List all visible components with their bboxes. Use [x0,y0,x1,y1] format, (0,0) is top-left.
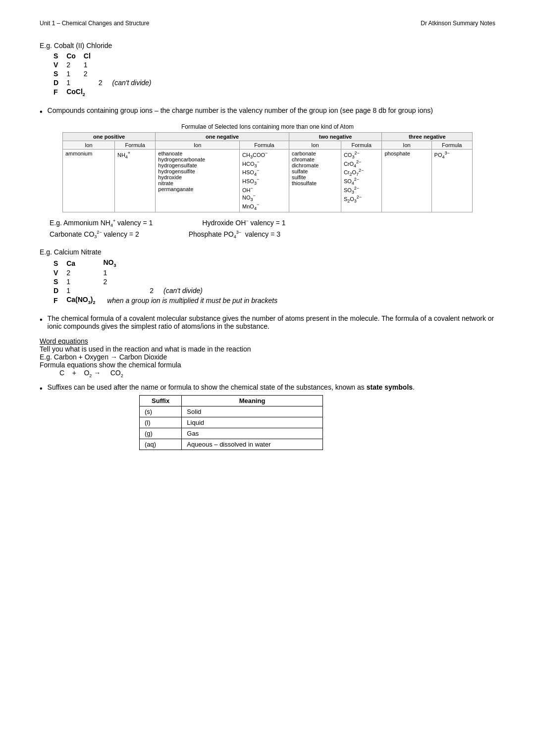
cobalt-v1: 2 [62,60,80,69]
calcium-grid: S Ca NO3 V 2 1 S 1 2 D 1 2(can't d [50,258,495,305]
subh-formula1: Formula [114,141,155,149]
ions-table: one positive one negative two negative t… [62,132,473,212]
cobalt-extra-v [95,60,156,69]
state-suffix-header: Suffix [139,395,181,406]
word-equations-section: Word equations Tell you what is used in … [40,337,495,378]
header-left: Unit 1 – Chemical Changes and Structure [40,20,149,27]
cobalt-s21: 1 [62,69,80,78]
state-suffix-g: (g) [139,428,181,439]
three-neg-formula: PO43− [431,149,472,212]
subh-ion3: Ion [289,141,341,149]
calcium-row-s1: S Ca NO3 [50,258,281,268]
cobalt-row-f: F CoCl2 [50,87,156,98]
covalent-text: The chemical formula of a covalent molec… [48,314,495,330]
state-row-s: (s) Solid [139,406,322,417]
subh-ion1: Ion [63,141,115,149]
calcium-row-s2: S 1 2 [50,277,281,286]
calcium-example-section: E.g. Calcium Nitrate S Ca NO3 V 2 1 S 1 … [40,248,495,305]
suffixes-text: Suffixes can be used after the name or f… [48,383,367,391]
subh-ion2: Ion [156,141,240,149]
calcium-label-d: D [50,286,62,295]
suffixes-dot: . [413,383,415,391]
word-eq-line3: Formula equations show the chemical form… [40,361,495,369]
cobalt-d1: 1 [62,78,80,87]
calcium-row-f: F Ca(NO3)2 when a group ion is multiplie… [50,295,281,305]
calcium-label-s1: S [50,258,62,268]
calcium-ca: Ca [62,258,99,268]
word-eq-line2: E.g. Carbon + Oxygen → Carbon Dioxide [40,353,495,361]
cobalt-row-d: D 1 2(can't divide) [50,78,156,87]
cobalt-label-v: V [50,60,62,69]
state-meaning-header: Meaning [182,395,322,406]
cobalt-row-s2: S 1 2 [50,69,156,78]
three-neg-ion: phosphate [382,149,431,212]
state-row-aq: (aq) Aqueous – dissolved in water [139,439,322,450]
valency-line1-right: Hydroxide OH− valency = 1 [202,218,285,228]
state-meaning-l: Liquid [182,417,322,428]
cobalt-extra-s2 [95,69,156,78]
calcium-row-d: D 1 2(can't divide) [50,286,281,295]
bullet-icon-2: • [40,315,43,324]
one-pos-ion: ammonium [63,149,115,212]
state-table: Suffix Meaning (s) Solid (l) Liquid (g) [139,395,323,450]
bullet-icon: • [40,107,43,116]
subh-formula2: Formula [240,141,289,149]
subh-ion4: Ion [382,141,431,149]
state-meaning-g: Gas [182,428,322,439]
group-ions-bullet: • Compounds containing group ions – the … [40,106,495,116]
cobalt-v2: 1 [80,60,95,69]
three-negative-header: three negative [382,132,473,141]
cobalt-cl: Cl [80,51,95,60]
suffixes-bold: state symbols [367,383,413,391]
calcium-s22: 2 [99,277,146,286]
calcium-title: E.g. Calcium Nitrate [40,248,495,256]
state-row-g: (g) Gas [139,428,322,439]
calcium-v1: 2 [62,268,99,277]
page-header: Unit 1 – Chemical Changes and Structure … [40,20,495,27]
cobalt-label-s1: S [50,51,62,60]
cobalt-label-f: F [50,87,62,98]
calcium-label-v: V [50,268,62,277]
calcium-label-f: F [50,295,62,305]
one-neg-formula: CH3COO− HCO3− HSO4− HSO3− OH− NO3− MnO4− [240,149,289,212]
cobalt-extra-f [95,87,156,98]
calcium-d2 [99,286,146,295]
calcium-row-v: V 2 1 [50,268,281,277]
subh-formula4: Formula [431,141,472,149]
suffixes-bullet: • Suffixes can be used after the name or… [40,383,495,450]
cobalt-label-s2: S [50,69,62,78]
calcium-label-s2: S [50,277,62,286]
calcium-formula: Ca(NO3)2 [62,295,99,305]
calcium-extra-d: 2(can't divide) [146,286,281,295]
ions-caption: Formulae of Selected Ions containing mor… [62,123,473,130]
cobalt-co: Co [62,51,80,60]
ions-data-row: ammonium NH4+ ethanoate hydrogencarbonat… [63,149,473,212]
cobalt-extra-s1 [95,51,156,60]
calcium-extra-v [146,268,281,277]
state-meaning-s: Solid [182,406,322,417]
header-right: Dr Atkinson Summary Notes [421,20,495,27]
one-negative-header: one negative [156,132,289,141]
two-neg-ion: carbonate chromate dichromate sulfate su… [289,149,341,212]
cobalt-label-d: D [50,78,62,87]
valency-line2-left: Carbonate CO32− valency = 2 [50,230,139,239]
calcium-d1: 1 [62,286,99,295]
cobalt-grid: S Co Cl V 2 1 S 1 2 D 1 2(can't di [50,51,495,98]
calcium-extra-f: when a group ion is multiplied it must b… [99,295,281,305]
ions-table-wrapper: Formulae of Selected Ions containing mor… [62,123,473,212]
cobalt-example-section: E.g. Cobalt (II) Chloride S Co Cl V 2 1 … [40,42,495,98]
one-pos-formula: NH4+ [114,149,155,212]
calcium-extra-s2 [146,277,281,286]
suffixes-content: Suffixes can be used after the name or f… [48,383,415,450]
state-table-wrapper: Suffix Meaning (s) Solid (l) Liquid (g) [48,395,415,450]
calcium-v2: 1 [99,268,146,277]
valency-examples: E.g. Ammonium NH4+ valency = 1 Hydroxide… [50,218,495,240]
cobalt-d2 [80,78,95,87]
calcium-extra-s1 [146,258,281,268]
one-positive-header: one positive [63,132,156,141]
valency-line1-left: E.g. Ammonium NH4+ valency = 1 [50,218,153,228]
state-suffix-aq: (aq) [139,439,181,450]
state-suffix-s: (s) [139,406,181,417]
bullet-icon-3: • [40,384,43,393]
calcium-no3: NO3 [99,258,146,268]
